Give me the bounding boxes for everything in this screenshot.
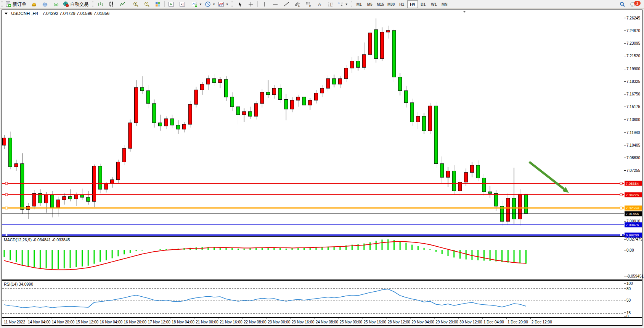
timeframe-button-d1[interactable]: D1	[418, 0, 429, 8]
text-label-icon: T	[328, 1, 334, 7]
y-axis-label: 7.19900	[626, 67, 641, 71]
toolbar-grip[interactable]	[351, 2, 352, 7]
y-axis-label: 7.11980	[626, 131, 640, 135]
notifications-button[interactable]: 1	[628, 0, 639, 8]
line-anchor-handle[interactable]	[620, 182, 622, 184]
chart-header[interactable]: USDCNH-,H4 7.04292 7.04729 7.01596 7.018…	[5, 11, 109, 16]
candle-body	[452, 171, 456, 191]
toolbar-grip[interactable]	[231, 2, 233, 7]
vertical-line-tool-button[interactable]	[259, 0, 270, 8]
price-level-badge-label: 7.05654	[626, 181, 639, 186]
y-axis-label: 7.10405	[626, 143, 641, 147]
timeframe-button-w1[interactable]: W1	[429, 0, 439, 8]
trendline-tool-button[interactable]	[281, 0, 292, 8]
crosshair-tool-button[interactable]	[246, 0, 256, 8]
indicators-button[interactable]: ▼	[217, 0, 230, 8]
fibonacci-tool-button[interactable]: F	[303, 0, 314, 8]
zoom-out-icon	[144, 1, 150, 7]
price-level-badge-label: 7.00476	[626, 223, 639, 227]
crosshair-icon	[248, 1, 254, 7]
toolbar-grip[interactable]	[1, 2, 3, 7]
indicators-icon	[218, 1, 224, 7]
chart-shift-button[interactable]	[177, 0, 188, 8]
line-anchor-handle[interactable]	[5, 194, 8, 196]
candle-body	[50, 195, 54, 208]
line-anchor-handle[interactable]	[5, 234, 8, 236]
y-axis-label: 7.21520	[626, 54, 641, 58]
line-anchor-handle[interactable]	[620, 207, 622, 209]
bar-chart-icon	[97, 1, 103, 7]
community-button[interactable]	[40, 0, 50, 8]
label-tool-button[interactable]: T	[325, 0, 336, 8]
candle-body	[518, 194, 522, 219]
timeframe-button-m5[interactable]: M5	[365, 0, 375, 8]
chart-canvas[interactable]: 7.262457.246707.230957.215207.199007.183…	[0, 9, 644, 328]
gold-button[interactable]	[29, 0, 39, 8]
price-level-badge-label: 6.99200	[626, 233, 639, 237]
y-axis-label: 7.15175	[626, 105, 641, 109]
y-axis-label: 7.26245	[626, 16, 641, 20]
line-anchor-handle[interactable]	[620, 234, 622, 236]
cloud-icon	[42, 1, 48, 7]
search-icon	[619, 1, 625, 7]
cursor-tool-button[interactable]	[234, 0, 245, 8]
x-axis-label: 16 Nov 04:00	[100, 320, 123, 324]
bar-chart-button[interactable]	[95, 0, 106, 8]
line-chart-icon	[119, 1, 125, 7]
horizontal-line-icon	[272, 1, 278, 7]
line-chart-button[interactable]	[117, 0, 128, 8]
chevron-down-icon: ▼	[199, 3, 202, 6]
timeframe-button-m15[interactable]: M15	[375, 0, 386, 8]
signals-button[interactable]	[51, 0, 61, 8]
x-axis-label: 29 Nov 04:00	[411, 320, 434, 324]
candle-body	[104, 184, 108, 189]
price-level-badge-label: 7.02569	[626, 206, 639, 210]
chevron-down-icon	[5, 13, 8, 15]
new-order-button[interactable]: 新订单	[4, 0, 28, 8]
candle-body	[8, 138, 12, 167]
candle-body	[45, 195, 48, 203]
notification-count-badge: 1	[634, 1, 641, 6]
candle-body	[74, 195, 78, 199]
candle-body	[284, 100, 288, 109]
zoom-out-button[interactable]	[141, 0, 152, 8]
timeframe-button-m1[interactable]: M1	[354, 0, 365, 8]
chevron-down-icon: ▼	[212, 3, 215, 6]
candle-body	[314, 93, 318, 100]
shapes-tool-button[interactable]: ▼	[336, 0, 349, 8]
tile-windows-button[interactable]	[153, 0, 163, 8]
candle-body	[428, 106, 432, 131]
autotrading-button[interactable]: 自动交易	[62, 0, 90, 8]
candle-body	[278, 88, 282, 99]
text-tool-button[interactable]: A	[314, 0, 325, 8]
search-button[interactable]	[617, 0, 628, 8]
horizontal-line-tool-button[interactable]	[270, 0, 281, 8]
candle-body	[440, 164, 444, 178]
timeframe-button-h1[interactable]: H1	[397, 0, 407, 8]
zoom-in-button[interactable]	[130, 0, 141, 8]
timeframe-button-m30[interactable]: M30	[386, 0, 397, 8]
candle-body	[374, 30, 378, 59]
timeframe-button-h4[interactable]: H4	[407, 0, 418, 8]
equidistant-channel-tool-button[interactable]: E	[292, 0, 303, 8]
timeframe-button-mn[interactable]: MN	[439, 0, 450, 8]
candlestick-chart-button[interactable]	[106, 0, 117, 8]
new-chart-button[interactable]: ▼	[190, 0, 203, 8]
candle-body	[92, 166, 96, 201]
candle-body	[296, 97, 300, 100]
candle-body	[32, 193, 36, 206]
line-anchor-handle[interactable]	[5, 207, 8, 209]
line-anchor-handle[interactable]	[620, 194, 622, 196]
timeframe-toolbar: M1M5M15M30H1H4D1W1MN	[354, 0, 450, 8]
candle-body	[398, 77, 402, 91]
toolbar-grip[interactable]	[92, 2, 93, 7]
line-anchor-handle[interactable]	[5, 182, 8, 184]
candle-body	[344, 68, 348, 79]
x-axis-label: 25 Nov 16:00	[364, 320, 387, 324]
auto-scroll-button[interactable]	[166, 0, 177, 8]
periods-button[interactable]: ▼	[204, 0, 217, 8]
candle-body	[158, 123, 162, 126]
candle-body	[446, 171, 450, 178]
candle-body	[128, 123, 132, 148]
candle-body	[422, 116, 426, 131]
